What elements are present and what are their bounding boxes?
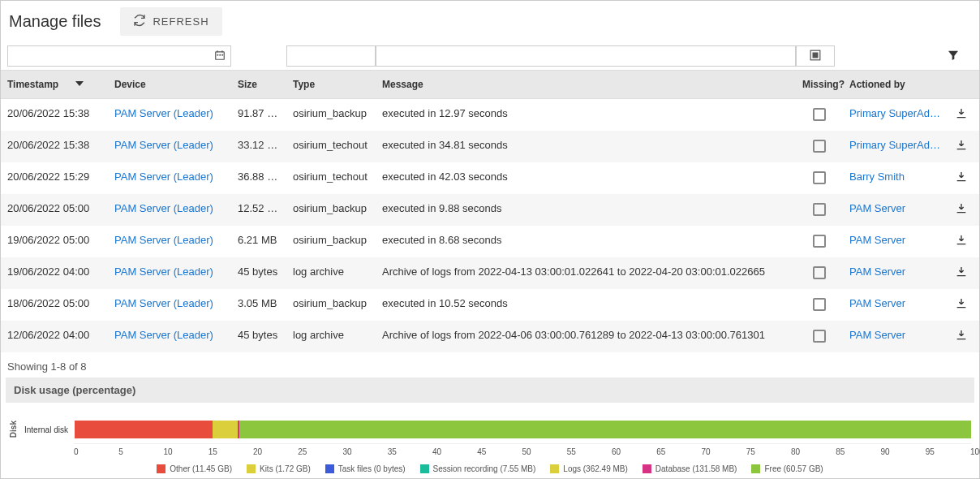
legend-item: Free (60.57 GB) xyxy=(751,464,823,473)
col-size[interactable]: Size xyxy=(231,71,286,98)
cell-actioned-link[interactable]: PAM Server xyxy=(843,257,948,289)
filter-type[interactable] xyxy=(286,45,376,67)
cell-message: Archive of logs from 2022-04-13 03:00:01… xyxy=(376,257,796,289)
col-timestamp[interactable]: Timestamp xyxy=(1,71,108,98)
table-row: 20/06/2022 15:38PAM Server (Leader)91.87… xyxy=(1,99,979,131)
cell-actioned-link[interactable]: PAM Server xyxy=(843,194,948,226)
cell-actioned-link[interactable]: Primary SuperAdmin xyxy=(843,131,948,162)
col-missing[interactable]: Missing? xyxy=(796,71,843,98)
download-button[interactable] xyxy=(948,194,974,226)
checkbox-icon[interactable] xyxy=(813,140,826,153)
axis-tick: 75 xyxy=(746,447,747,456)
download-button[interactable] xyxy=(948,321,974,352)
filter-missing[interactable] xyxy=(796,45,835,67)
checkbox-icon[interactable] xyxy=(813,108,826,121)
axis-tick: 25 xyxy=(298,447,299,456)
cell-timestamp: 20/06/2022 15:38 xyxy=(1,99,108,131)
legend-swatch xyxy=(751,464,760,473)
filter-timestamp[interactable] xyxy=(7,45,231,67)
cell-actioned-link[interactable]: Barry Smith xyxy=(843,162,948,194)
table-header: Timestamp Device Size Type Message Missi… xyxy=(1,70,979,99)
table-row: 12/06/2022 04:00PAM Server (Leader)45 by… xyxy=(1,321,979,352)
table-row: 19/06/2022 05:00PAM Server (Leader)6.21 … xyxy=(1,226,979,257)
legend-swatch xyxy=(247,464,256,473)
checkbox-icon[interactable] xyxy=(813,266,826,279)
download-button[interactable] xyxy=(948,162,974,194)
cell-message: executed in 42.03 seconds xyxy=(376,162,796,194)
legend-label: Other (11.45 GB) xyxy=(170,464,232,473)
chart-y-axis-label: Disk xyxy=(9,421,18,438)
download-button[interactable] xyxy=(948,226,974,257)
cell-message: executed in 8.68 seconds xyxy=(376,226,796,257)
download-button[interactable] xyxy=(948,131,974,162)
cell-device-link[interactable]: PAM Server (Leader) xyxy=(108,226,231,257)
cell-type: osirium_techout xyxy=(286,131,376,162)
cell-message: executed in 12.97 seconds xyxy=(376,99,796,131)
cell-device-link[interactable]: PAM Server (Leader) xyxy=(108,321,231,352)
checkbox-icon[interactable] xyxy=(813,298,826,311)
calendar-icon[interactable] xyxy=(214,50,230,63)
disk-usage-title: Disk usage (percentage) xyxy=(6,378,974,403)
filter-timestamp-input[interactable] xyxy=(8,46,214,66)
legend-swatch xyxy=(643,464,651,473)
download-button[interactable] xyxy=(948,257,974,289)
cell-missing[interactable] xyxy=(796,289,843,321)
filter-type-input[interactable] xyxy=(287,46,375,66)
stacked-bar xyxy=(75,421,971,438)
cell-missing[interactable] xyxy=(796,257,843,289)
cell-device-link[interactable]: PAM Server (Leader) xyxy=(108,162,231,194)
cell-device-link[interactable]: PAM Server (Leader) xyxy=(108,257,231,289)
legend-item: Kits (1.72 GB) xyxy=(247,464,311,473)
filter-message[interactable] xyxy=(376,45,796,67)
filter-funnel-icon[interactable] xyxy=(947,49,960,64)
cell-timestamp: 12/06/2022 04:00 xyxy=(1,321,108,352)
cell-missing[interactable] xyxy=(796,99,843,131)
checkbox-icon[interactable] xyxy=(813,235,826,248)
cell-timestamp: 18/06/2022 05:00 xyxy=(1,289,108,321)
cell-actioned-link[interactable]: PAM Server xyxy=(843,289,948,321)
checkbox-icon[interactable] xyxy=(813,330,826,343)
axis-tick: 70 xyxy=(702,447,703,456)
cell-actioned-link[interactable]: PAM Server xyxy=(843,226,948,257)
bar-segment-other xyxy=(75,421,213,438)
table-row: 18/06/2022 05:00PAM Server (Leader)3.05 … xyxy=(1,289,979,321)
axis-tick: 85 xyxy=(836,447,836,456)
table-row: 19/06/2022 04:00PAM Server (Leader)45 by… xyxy=(1,257,979,289)
col-message[interactable]: Message xyxy=(376,71,796,98)
cell-device-link[interactable]: PAM Server (Leader) xyxy=(108,99,231,131)
cell-device-link[interactable]: PAM Server (Leader) xyxy=(108,194,231,226)
cell-missing[interactable] xyxy=(796,162,843,194)
filter-message-input[interactable] xyxy=(376,46,795,66)
cell-actioned-link[interactable]: PAM Server xyxy=(843,321,948,352)
refresh-label: REFRESH xyxy=(153,15,208,28)
cell-device-link[interactable]: PAM Server (Leader) xyxy=(108,131,231,162)
cell-type: osirium_backup xyxy=(286,226,376,257)
axis-tick: 0 xyxy=(74,447,75,456)
col-type[interactable]: Type xyxy=(286,71,376,98)
checkbox-icon[interactable] xyxy=(813,171,826,184)
table-row: 20/06/2022 15:29PAM Server (Leader)36.88… xyxy=(1,162,979,194)
cell-device-link[interactable]: PAM Server (Leader) xyxy=(108,289,231,321)
indeterminate-checkbox-icon[interactable] xyxy=(810,50,821,63)
cell-missing[interactable] xyxy=(796,194,843,226)
cell-size: 91.87 MB xyxy=(231,99,286,131)
axis-tick: 65 xyxy=(656,447,657,456)
cell-size: 45 bytes xyxy=(231,257,286,289)
cell-message: executed in 34.81 seconds xyxy=(376,131,796,162)
cell-missing[interactable] xyxy=(796,131,843,162)
cell-timestamp: 20/06/2022 15:38 xyxy=(1,131,108,162)
col-device[interactable]: Device xyxy=(108,71,231,98)
refresh-icon xyxy=(133,14,146,29)
checkbox-icon[interactable] xyxy=(813,203,826,216)
col-actioned[interactable]: Actioned by xyxy=(843,71,948,98)
col-timestamp-label: Timestamp xyxy=(7,79,58,90)
cell-missing[interactable] xyxy=(796,321,843,352)
download-button[interactable] xyxy=(948,99,974,131)
disk-usage-chart: Disk Internal disk 051015202530354045505… xyxy=(1,404,979,479)
refresh-button[interactable]: REFRESH xyxy=(120,7,221,36)
cell-missing[interactable] xyxy=(796,226,843,257)
cell-actioned-link[interactable]: Primary SuperAdmin xyxy=(843,99,948,131)
download-button[interactable] xyxy=(948,289,974,321)
axis-tick: 95 xyxy=(926,447,926,456)
axis-tick: 90 xyxy=(881,447,882,456)
